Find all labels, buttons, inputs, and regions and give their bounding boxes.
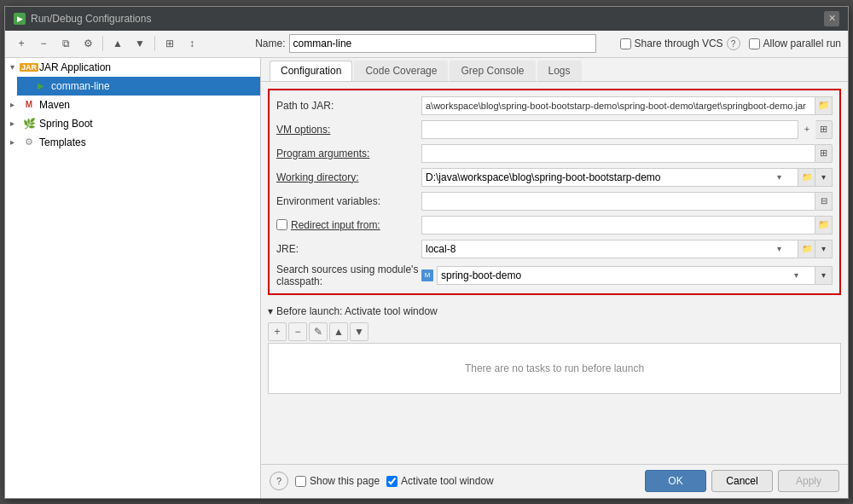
- vm-options-expand-button[interactable]: ⊞: [815, 120, 833, 139]
- share-vcs-checkbox[interactable]: [620, 38, 631, 49]
- add-config-button[interactable]: +: [12, 34, 31, 53]
- vm-options-actions: + ⊞: [798, 120, 833, 139]
- share-vcs-label: Share through VCS: [620, 38, 723, 49]
- sidebar-item-jar-application[interactable]: ▾ JAR JAR Application: [5, 58, 260, 77]
- jre-container: ▾: [421, 240, 798, 258]
- parallel-run-checkbox[interactable]: [749, 38, 760, 49]
- working-dir-browse-button[interactable]: 📁: [798, 168, 815, 187]
- name-field-label: Name:: [255, 38, 285, 49]
- jre-row: JRE: ▾ 📁 ▾: [270, 237, 839, 261]
- env-vars-row: Environment variables: ⊟: [270, 189, 839, 213]
- program-args-row: Program arguments: ⊞: [270, 142, 839, 165]
- sidebar-item-maven[interactable]: ▸ M Maven: [5, 96, 260, 114]
- env-vars-edit-button[interactable]: ⊟: [815, 192, 833, 211]
- redirect-input[interactable]: [421, 216, 815, 235]
- env-vars-label: Environment variables:: [276, 195, 421, 207]
- jre-browse-button[interactable]: 📁: [798, 240, 815, 258]
- close-button[interactable]: ✕: [824, 11, 839, 26]
- maven-icon: M: [22, 99, 36, 111]
- tab-code-coverage[interactable]: Code Coverage: [354, 61, 448, 81]
- activate-tool-label: Activate tool window: [386, 475, 494, 487]
- program-args-expand-button[interactable]: ⊞: [815, 144, 833, 163]
- settings-config-button[interactable]: ⚙: [78, 34, 97, 53]
- toolbar-separator-2: [154, 36, 155, 51]
- spring-boot-label: Spring Boot: [39, 118, 93, 130]
- bottom-bar: ? Show this page Activate tool window OK…: [261, 464, 848, 498]
- run-debug-dialog: ▶ Run/Debug Configurations ✕ + − ⧉ ⚙ ▲ ▼…: [4, 6, 849, 499]
- vm-options-add-button[interactable]: +: [798, 120, 815, 137]
- path-to-jar-row: Path to JAR: 📁: [270, 94, 839, 118]
- search-sources-container: M ▾: [421, 266, 815, 285]
- redirect-browse-button[interactable]: 📁: [815, 216, 833, 235]
- dialog-icon: ▶: [14, 13, 26, 25]
- tab-configuration[interactable]: Configuration: [270, 61, 352, 81]
- toolbar-separator-1: [102, 36, 103, 51]
- before-launch-header: ▾ Before launch: Activate tool window: [268, 302, 841, 321]
- cancel-button[interactable]: Cancel: [711, 470, 773, 492]
- config-section: Path to JAR: 📁 VM options: + ⊞: [268, 89, 841, 295]
- help-button[interactable]: ?: [270, 472, 288, 490]
- share-help-button[interactable]: ?: [727, 37, 740, 50]
- title-bar: ▶ Run/Debug Configurations ✕: [5, 7, 848, 31]
- path-to-jar-input[interactable]: [421, 96, 815, 115]
- templates-label: Templates: [39, 136, 86, 148]
- sidebar-item-comman-line[interactable]: ▶ comman-line: [17, 77, 260, 96]
- program-args-input[interactable]: [421, 144, 815, 163]
- before-launch-up-button[interactable]: ▲: [329, 322, 348, 341]
- before-launch-down-button[interactable]: ▼: [350, 322, 368, 341]
- configuration-panel: Path to JAR: 📁 VM options: + ⊞: [261, 82, 848, 464]
- spring-boot-icon: 🌿: [22, 118, 36, 130]
- jar-app-label: JAR Application: [39, 61, 111, 73]
- search-sources-dropdown-button[interactable]: ▾: [815, 266, 833, 285]
- bottom-right: OK Cancel Apply: [645, 470, 839, 492]
- comman-line-label: comman-line: [51, 80, 110, 92]
- working-dir-dropdown-button[interactable]: ▾: [815, 168, 833, 187]
- show-page-checkbox[interactable]: [295, 476, 306, 487]
- vm-options-input[interactable]: [421, 120, 798, 139]
- templates-icon: ⚙: [22, 136, 36, 148]
- name-input[interactable]: [289, 34, 596, 53]
- before-launch-empty-message: There are no tasks to run before launch: [465, 362, 644, 374]
- redirect-checkbox[interactable]: [276, 219, 287, 230]
- working-dir-container: ▾: [421, 168, 798, 187]
- path-to-jar-label: Path to JAR:: [276, 100, 421, 112]
- jre-dropdown-button[interactable]: ▾: [815, 240, 833, 258]
- working-dir-input[interactable]: [421, 168, 798, 187]
- copy-config-button[interactable]: ⧉: [56, 34, 75, 53]
- bottom-left: ? Show this page Activate tool window: [270, 472, 494, 490]
- down-config-button[interactable]: ▼: [131, 34, 149, 53]
- search-sources-row: Search sources using module's classpath:…: [270, 261, 839, 290]
- filter-config-button[interactable]: ⊞: [160, 34, 179, 53]
- sidebar-item-spring-boot[interactable]: ▸ 🌿 Spring Boot: [5, 114, 260, 133]
- maven-label: Maven: [39, 99, 70, 111]
- search-sources-label: Search sources using module's classpath:: [276, 264, 421, 287]
- search-sources-input[interactable]: [437, 266, 815, 285]
- sort-config-button[interactable]: ↕: [183, 34, 201, 53]
- tabs-bar: Configuration Code Coverage Grep Console…: [261, 58, 848, 82]
- parallel-run-label: Allow parallel run: [749, 38, 841, 49]
- ok-button[interactable]: OK: [645, 470, 706, 492]
- program-args-label: Program arguments:: [276, 148, 421, 159]
- path-to-jar-browse-button[interactable]: 📁: [815, 96, 833, 115]
- tab-grep-console[interactable]: Grep Console: [450, 61, 535, 81]
- tab-logs[interactable]: Logs: [537, 61, 582, 81]
- redirect-label: Redirect input from:: [291, 219, 380, 231]
- module-icon: M: [421, 269, 433, 281]
- vm-options-label: VM options:: [276, 124, 421, 136]
- sidebar-item-templates[interactable]: ▸ ⚙ Templates: [5, 133, 260, 152]
- before-launch-section: ▾ Before launch: Activate tool window + …: [268, 302, 841, 394]
- up-config-button[interactable]: ▲: [108, 34, 127, 53]
- before-launch-add-button[interactable]: +: [268, 322, 287, 341]
- apply-button[interactable]: Apply: [778, 470, 839, 492]
- before-launch-remove-button[interactable]: −: [288, 322, 307, 341]
- working-dir-row: Working directory: ▾ 📁 ▾: [270, 165, 839, 189]
- main-panel: Configuration Code Coverage Grep Console…: [261, 58, 848, 498]
- env-vars-input[interactable]: [421, 192, 815, 211]
- jre-input[interactable]: [421, 240, 798, 258]
- show-page-label: Show this page: [295, 475, 380, 487]
- activate-tool-checkbox[interactable]: [386, 476, 397, 487]
- main-toolbar: + − ⧉ ⚙ ▲ ▼ ⊞ ↕ Name: Share through VCS …: [5, 31, 848, 58]
- remove-config-button[interactable]: −: [34, 34, 53, 53]
- maven-arrow: ▸: [10, 100, 22, 109]
- before-launch-edit-button[interactable]: ✎: [309, 322, 328, 341]
